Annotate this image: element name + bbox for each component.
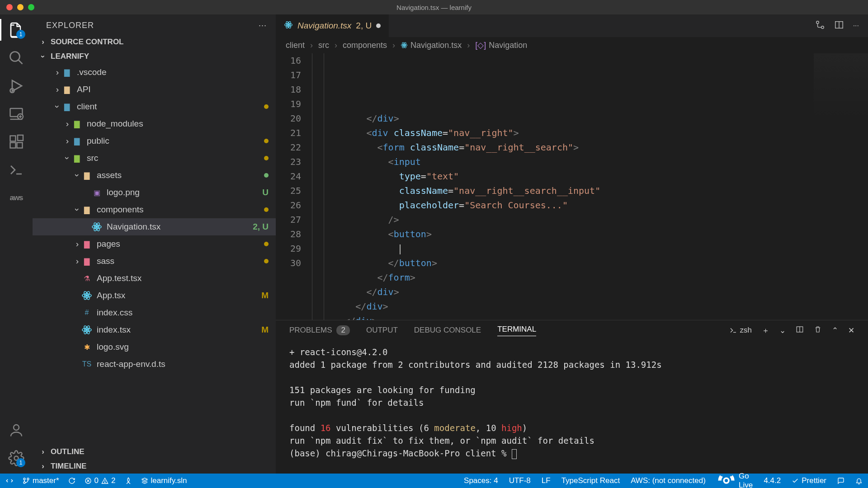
sidebar-more-icon[interactable]: ···	[259, 21, 267, 30]
tree-row-app-tsx[interactable]: App.tsxM	[33, 287, 276, 304]
tree-row-logo-png[interactable]: ▣logo.pngU	[33, 184, 276, 201]
sync-button[interactable]	[68, 477, 75, 484]
split-terminal-icon[interactable]	[796, 325, 804, 336]
feedback-icon[interactable]	[837, 477, 844, 484]
language-mode[interactable]: TypeScript React	[561, 476, 620, 485]
branch-button[interactable]: master*	[23, 476, 59, 485]
remote-explorer-icon[interactable]	[8, 106, 24, 122]
tree-label: .vscode	[77, 67, 269, 77]
section-label: SOURCE CONTROL	[51, 38, 124, 47]
status-port-icon[interactable]	[125, 477, 132, 484]
code-line[interactable]: <div className="nav__right">	[312, 126, 868, 140]
tree-row-react-app-env-d-ts[interactable]: TSreact-app-env.d.ts	[33, 356, 276, 373]
code-line[interactable]: <button>	[312, 227, 868, 241]
tree-row-api[interactable]: ›▇API	[33, 81, 276, 98]
minimap[interactable]	[814, 53, 868, 117]
section-timeline[interactable]: › TIMELINE	[33, 459, 276, 474]
code-line[interactable]: </form>	[312, 270, 868, 285]
code-lines[interactable]: </div> <div className="nav__right"> <for…	[312, 53, 868, 320]
notifications-icon[interactable]	[855, 477, 863, 484]
close-window-icon[interactable]	[6, 4, 13, 10]
eol[interactable]: LF	[542, 476, 551, 485]
breadcrumbs[interactable]: client›src›components› Navigation.tsx›[◇…	[276, 37, 868, 53]
tree-row-pages[interactable]: ›▇pages	[33, 235, 276, 253]
tab-problems[interactable]: PROBLEMS 2	[289, 325, 350, 335]
tab-terminal[interactable]: TERMINAL	[497, 325, 536, 336]
remote-button[interactable]	[5, 477, 14, 485]
search-icon[interactable]	[8, 50, 24, 66]
tree-row-src[interactable]: ›▇src	[33, 150, 276, 167]
tree-row-navigation-tsx[interactable]: Navigation.tsx2, U	[33, 218, 276, 235]
code-line[interactable]: <form className="nav__right__search">	[312, 140, 868, 155]
terminal-dropdown-icon[interactable]: ⌄	[779, 326, 786, 335]
terminal-output[interactable]: + react-icons@4.2.0added 1 package from …	[276, 340, 868, 474]
minimize-window-icon[interactable]	[17, 4, 24, 10]
tree-row-sass[interactable]: ›▇sass	[33, 253, 276, 270]
code-editor[interactable]: 161718192021222324252627282930 </div> <d…	[276, 53, 868, 320]
new-terminal-icon[interactable]: ＋	[762, 325, 769, 336]
more-icon[interactable]: ···	[853, 22, 859, 30]
tree-row-index-tsx[interactable]: index.tsxM	[33, 321, 276, 338]
go-live-button[interactable]: Go Live	[717, 471, 753, 488]
tree-row-app-test-tsx[interactable]: ⚗App.test.tsx	[33, 270, 276, 287]
tree-row-client[interactable]: ›▇client	[33, 98, 276, 115]
tab-label: PROBLEMS	[289, 326, 332, 335]
kill-terminal-icon[interactable]	[814, 325, 822, 336]
code-line[interactable]	[312, 241, 868, 256]
solution-button[interactable]: learnify.sln	[141, 476, 187, 485]
close-panel-icon[interactable]: ✕	[848, 326, 854, 335]
code-line[interactable]: </div>	[312, 314, 868, 320]
tree-row-node-modules[interactable]: ›▇node_modules	[33, 115, 276, 132]
aws-status[interactable]: AWS: (not connected)	[631, 476, 706, 485]
errors-warnings[interactable]: 0 2	[85, 476, 116, 485]
tree-row-logo-svg[interactable]: ✱logo.svg	[33, 338, 276, 356]
git-status-dot	[264, 139, 269, 143]
accounts-icon[interactable]	[8, 422, 24, 438]
tab-debug-console[interactable]: DEBUG CONSOLE	[414, 326, 481, 335]
breadcrumb-item[interactable]: client	[286, 41, 305, 50]
breadcrumb-item[interactable]: src	[318, 41, 329, 50]
prettier-button[interactable]: Prettier	[792, 476, 826, 485]
code-line[interactable]: />	[312, 212, 868, 227]
breadcrumb-item[interactable]: [◇] Navigation	[475, 40, 527, 50]
breadcrumb-item[interactable]: Navigation.tsx	[401, 41, 462, 50]
tree-row-index-css[interactable]: #index.css	[33, 304, 276, 321]
tree-label: assets	[97, 170, 264, 180]
aws-icon[interactable]: aws	[8, 190, 24, 206]
tree-row-assets[interactable]: ›▇assets	[33, 167, 276, 184]
extensions-icon[interactable]	[8, 134, 24, 150]
run-debug-icon[interactable]	[8, 78, 24, 94]
indentation[interactable]: Spaces: 4	[464, 476, 498, 485]
code-line[interactable]: className="nav__right__search__input"	[312, 183, 868, 198]
tab-navigation[interactable]: Navigation.tsx 2, U	[276, 14, 389, 37]
compare-icon[interactable]	[815, 20, 825, 32]
explorer-icon[interactable]: 1	[8, 22, 24, 38]
code-line[interactable]: </div>	[312, 285, 868, 299]
shell-selector[interactable]: zsh	[729, 326, 752, 335]
tree-row-public[interactable]: ›▇public	[33, 132, 276, 150]
section-outline[interactable]: › OUTLINE	[33, 445, 276, 459]
error-count: 0	[94, 476, 99, 485]
chevron-down-icon: ›	[72, 171, 82, 179]
maximize-panel-icon[interactable]: ⌃	[832, 326, 838, 335]
split-editor-icon[interactable]	[834, 20, 844, 32]
tree-row-components[interactable]: ›▇components	[33, 201, 276, 218]
maximize-window-icon[interactable]	[28, 4, 34, 10]
code-line[interactable]: type="text"	[312, 169, 868, 183]
terminal-panel-icon[interactable]	[8, 162, 24, 178]
tree-label: node_modules	[87, 119, 269, 129]
code-line[interactable]: placeholder="Search Courses..."	[312, 198, 868, 212]
tab-output[interactable]: OUTPUT	[366, 326, 398, 335]
code-line[interactable]: </button>	[312, 256, 868, 270]
code-line[interactable]: <input	[312, 155, 868, 169]
section-source-control[interactable]: › SOURCE CONTROL	[33, 35, 276, 49]
section-label: OUTLINE	[51, 447, 85, 456]
section-project[interactable]: › LEARNIFY	[33, 49, 276, 64]
settings-icon[interactable]: 1	[8, 450, 24, 466]
extension-version[interactable]: 4.4.2	[764, 476, 781, 485]
code-line[interactable]: </div>	[312, 111, 868, 126]
breadcrumb-item[interactable]: components	[343, 41, 387, 50]
code-line[interactable]: </div>	[312, 299, 868, 314]
tree-row--vscode[interactable]: ›▇.vscode	[33, 64, 276, 81]
encoding[interactable]: UTF-8	[509, 476, 531, 485]
